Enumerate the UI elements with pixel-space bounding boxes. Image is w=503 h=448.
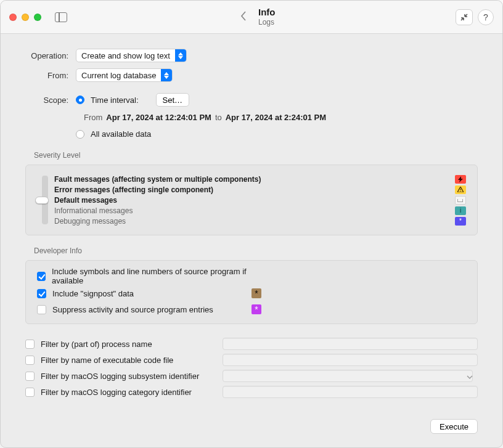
include-signpost-checkbox[interactable] xyxy=(37,289,46,298)
severity-fault-label: Fault messages (affecting system or mult… xyxy=(54,175,455,184)
time-to-prefix: to xyxy=(215,113,222,122)
select-arrows-icon xyxy=(161,69,172,81)
include-symbols-checkbox[interactable] xyxy=(37,272,46,281)
severity-debug-row: Debugging messages * xyxy=(37,216,466,226)
error-icon xyxy=(455,185,466,194)
svg-point-7 xyxy=(460,191,460,192)
chevron-left-icon xyxy=(240,10,247,22)
filter-subsystem-checkbox[interactable] xyxy=(25,372,35,381)
scope-all-label: All available data xyxy=(91,129,151,139)
severity-error-label: Error messages (affecting single compone… xyxy=(54,185,455,194)
info-icon: i xyxy=(455,206,466,215)
fault-icon xyxy=(455,175,466,184)
filter-process-input[interactable] xyxy=(223,338,478,350)
from-value: Current log database xyxy=(81,71,161,80)
filter-subsystem-input[interactable] xyxy=(223,370,473,382)
svg-marker-1 xyxy=(178,56,183,59)
scope-time-interval-radio[interactable] xyxy=(76,96,84,104)
filter-category-label: Filter by macOS logging category identif… xyxy=(41,388,216,397)
severity-info-label: Informational messages xyxy=(54,206,455,215)
filter-subsystem-label: Filter by macOS logging subsystem identi… xyxy=(41,372,216,381)
compress-button[interactable] xyxy=(456,9,473,25)
close-window-button[interactable] xyxy=(9,14,17,21)
severity-default-row: Default messages ⌴ xyxy=(37,195,466,205)
svg-marker-0 xyxy=(178,52,183,55)
svg-marker-2 xyxy=(164,72,169,75)
window: Info Logs ? Operation: Create and show l… xyxy=(0,0,503,448)
title-block: Info Logs xyxy=(258,7,276,26)
severity-panel: Fault messages (affecting system or mult… xyxy=(25,165,478,235)
zoom-window-button[interactable] xyxy=(34,14,41,21)
execute-button[interactable]: Execute xyxy=(430,419,478,434)
page-subtitle: Logs xyxy=(258,18,276,26)
severity-error-row: Error messages (affecting single compone… xyxy=(37,184,466,195)
filter-executable-label: Filter by name of executable code file xyxy=(41,356,216,365)
window-controls xyxy=(9,14,41,21)
svg-marker-4 xyxy=(458,176,463,182)
help-button[interactable]: ? xyxy=(478,9,494,25)
debug-icon: * xyxy=(455,217,466,226)
severity-debug-label: Debugging messages xyxy=(54,217,455,226)
scope-time-interval-label: Time interval: xyxy=(91,96,139,105)
severity-fault-row: Fault messages (affecting system or mult… xyxy=(37,174,466,184)
severity-slider-handle[interactable] xyxy=(35,197,49,204)
help-icon: ? xyxy=(483,12,488,22)
suppress-icon xyxy=(252,304,261,314)
operation-select[interactable]: Create and show log text xyxy=(76,49,187,62)
compress-icon xyxy=(460,13,468,22)
footer: Execute xyxy=(1,419,502,447)
sidebar-icon[interactable] xyxy=(55,12,67,22)
time-range: From Apr 17, 2024 at 12:24:01 PM to Apr … xyxy=(84,113,478,122)
time-to-value: Apr 17, 2024 at 2:24:01 PM xyxy=(226,113,326,122)
filter-category-input[interactable] xyxy=(223,386,478,398)
severity-default-label: Default messages xyxy=(54,196,455,205)
severity-info-row: Informational messages i xyxy=(37,205,466,216)
scope-all-radio[interactable] xyxy=(76,130,84,139)
page-title: Info xyxy=(258,7,276,18)
operation-value: Create and show log text xyxy=(81,51,175,60)
from-select[interactable]: Current log database xyxy=(76,68,173,82)
suppress-activity-label: Suppress activity and source program ent… xyxy=(52,305,213,314)
svg-marker-3 xyxy=(164,76,169,79)
from-label: From: xyxy=(25,71,68,80)
time-from-prefix: From xyxy=(84,113,102,122)
developer-panel: Include symbols and line numbers of sour… xyxy=(25,260,478,324)
include-signpost-label: Include "signpost" data xyxy=(52,289,134,298)
content: Operation: Create and show log text From… xyxy=(1,34,502,419)
operation-label: Operation: xyxy=(25,51,68,60)
scope-label: Scope: xyxy=(25,96,68,105)
filters: Filter by (part of) process name Filter … xyxy=(25,338,478,398)
filter-category-checkbox[interactable] xyxy=(25,388,35,397)
filter-executable-input[interactable] xyxy=(223,354,478,366)
include-symbols-label: Include symbols and line numbers of sour… xyxy=(52,267,261,285)
severity-section-label: Severity Level xyxy=(34,151,478,160)
developer-section-label: Developer Info xyxy=(34,246,478,255)
select-arrows-icon xyxy=(175,49,186,62)
filter-process-checkbox[interactable] xyxy=(25,340,35,349)
signpost-icon xyxy=(252,288,261,298)
set-button[interactable]: Set… xyxy=(156,93,190,107)
minimize-window-button[interactable] xyxy=(22,14,29,21)
filter-process-label: Filter by (part of) process name xyxy=(41,340,216,349)
default-icon: ⌴ xyxy=(455,196,466,205)
suppress-activity-checkbox[interactable] xyxy=(37,305,46,314)
titlebar: Info Logs ? xyxy=(1,1,502,34)
time-from-value: Apr 17, 2024 at 12:24:01 PM xyxy=(106,113,211,122)
back-button[interactable] xyxy=(240,10,247,24)
filter-executable-checkbox[interactable] xyxy=(25,356,35,365)
